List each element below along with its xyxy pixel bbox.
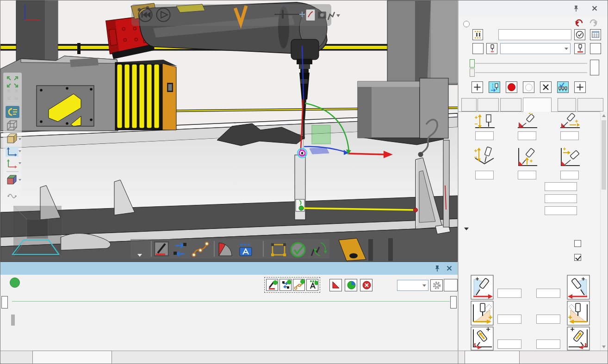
collision-status-icon[interactable] — [329, 279, 342, 291]
flare-end-roll-icon — [567, 327, 590, 351]
path-check-panel — [0, 262, 458, 351]
record-button[interactable] — [506, 81, 517, 93]
jog-x-arrow — [349, 154, 385, 154]
tab-path-check[interactable] — [32, 351, 112, 364]
auto-flare-checkbox[interactable] — [574, 240, 581, 247]
tab-aux[interactable] — [558, 98, 576, 111]
slider-handle-2[interactable] — [470, 68, 475, 77]
slider-track-2[interactable] — [475, 72, 587, 73]
delete-point-button[interactable] — [540, 81, 552, 93]
next-point-button[interactable] — [574, 43, 585, 54]
start-offset-input[interactable] — [545, 182, 577, 191]
timeline-prev-button[interactable] — [1, 296, 8, 308]
check-button[interactable] — [444, 279, 458, 291]
flare-end-roll-input[interactable] — [536, 339, 560, 349]
timeline-bar[interactable] — [12, 296, 450, 308]
offset-side-icon — [558, 145, 582, 168]
tab-statement-properties[interactable] — [523, 351, 579, 364]
flare-roll-checkbox[interactable] — [574, 254, 581, 261]
offset-input-2[interactable] — [518, 131, 536, 140]
pin-icon[interactable] — [572, 5, 580, 12]
max-point-distance-input[interactable] — [545, 206, 577, 215]
timeline-next-button[interactable] — [450, 296, 457, 308]
tab-adjust[interactable] — [523, 98, 552, 112]
viewport-3d-scene[interactable] — [0, 0, 458, 262]
touchup-point-button[interactable] — [489, 81, 500, 93]
tab-jog[interactable] — [588, 351, 607, 364]
viewport-left-toolbar[interactable] — [3, 73, 22, 201]
coverage-pie-icon[interactable] — [345, 279, 357, 291]
timeline-row-top[interactable] — [12, 296, 450, 302]
offset-input-3[interactable] — [560, 131, 579, 140]
flare-collapse-icon[interactable] — [464, 228, 469, 230]
stop-record-button[interactable] — [523, 81, 534, 93]
weld-tool-icon[interactable] — [155, 242, 168, 256]
tab-output[interactable] — [0, 351, 32, 364]
offset-height-icon — [472, 113, 496, 130]
check-settings-button[interactable] — [430, 279, 443, 291]
scope-select[interactable] — [397, 280, 428, 291]
video-record-icon[interactable] — [318, 12, 326, 19]
toggle-reach-check-button[interactable] — [279, 279, 292, 291]
apply-check-button[interactable] — [574, 29, 585, 40]
close-icon[interactable] — [591, 5, 598, 12]
path-setup-header[interactable] — [459, 0, 608, 16]
end-offset-input[interactable] — [545, 194, 577, 203]
prev-point-button[interactable] — [486, 43, 497, 54]
slider-track-1[interactable] — [475, 63, 587, 64]
adjust-tab-content — [459, 111, 600, 352]
flare-end-angle-input[interactable] — [536, 289, 560, 298]
point-select[interactable] — [500, 43, 571, 54]
arc-toolbar[interactable] — [130, 239, 329, 259]
scroll-up-icon[interactable] — [602, 114, 606, 117]
slider-handle-1[interactable] — [470, 59, 475, 68]
timeline-scrubber-handle[interactable] — [11, 315, 15, 326]
application-window — [0, 0, 608, 364]
statement-name-input[interactable] — [498, 29, 571, 40]
touchup-all-points-button[interactable] — [557, 81, 569, 93]
scroll-down-icon[interactable] — [602, 345, 606, 348]
add-point-after-button[interactable] — [574, 81, 586, 93]
offset-input-5[interactable] — [518, 171, 536, 179]
panel-bottom-tab-bar — [459, 351, 608, 364]
tab-db[interactable] — [461, 98, 477, 111]
tab-wps[interactable] — [478, 98, 499, 111]
statement-radio[interactable] — [463, 21, 470, 27]
toggle-path-check-button[interactable] — [293, 279, 305, 291]
tab-corner[interactable] — [577, 98, 603, 111]
last-point-button[interactable] — [590, 43, 601, 54]
redo-icon[interactable] — [589, 19, 598, 27]
add-point-before-button[interactable] — [472, 81, 483, 93]
error-status-icon[interactable] — [360, 279, 372, 291]
speed-toggle-button[interactable] — [590, 60, 599, 75]
offset-input-1[interactable] — [475, 131, 494, 140]
path-check-header[interactable] — [0, 262, 458, 275]
offset-input-6[interactable] — [560, 171, 579, 179]
offset-input-4[interactable] — [475, 171, 494, 179]
tab-path-setup-bottom[interactable] — [465, 351, 520, 364]
timeline-row-bottom[interactable] — [12, 302, 450, 308]
offset-groove-icon — [472, 145, 496, 168]
flare-end-length-input[interactable] — [536, 315, 560, 324]
flare-start-angle-icon — [471, 275, 494, 300]
toggle-collision-check-button[interactable] — [266, 279, 278, 291]
close-icon[interactable] — [446, 265, 453, 272]
view-cube[interactable] — [12, 206, 62, 257]
status-ok-indicator — [10, 278, 20, 288]
pdf-export-icon[interactable] — [306, 9, 315, 21]
render-mode-button[interactable] — [6, 106, 19, 118]
point-table-button[interactable] — [590, 29, 601, 40]
align-points-button[interactable] — [472, 29, 483, 40]
flare-start-angle-input[interactable] — [497, 289, 521, 298]
flare-start-roll-input[interactable] — [497, 339, 521, 349]
flare-start-length-input[interactable] — [497, 315, 521, 324]
panel-scrollbar[interactable] — [600, 112, 607, 351]
pin-icon[interactable] — [434, 265, 441, 272]
scrollbar-thumb[interactable] — [602, 120, 606, 190]
first-point-button[interactable] — [472, 43, 484, 54]
validate-check-icon[interactable] — [291, 243, 305, 257]
undo-icon[interactable] — [574, 19, 583, 27]
chevron-down-icon — [565, 48, 568, 50]
tab-path[interactable] — [500, 98, 521, 111]
toggle-labels-check-button[interactable] — [306, 279, 318, 291]
